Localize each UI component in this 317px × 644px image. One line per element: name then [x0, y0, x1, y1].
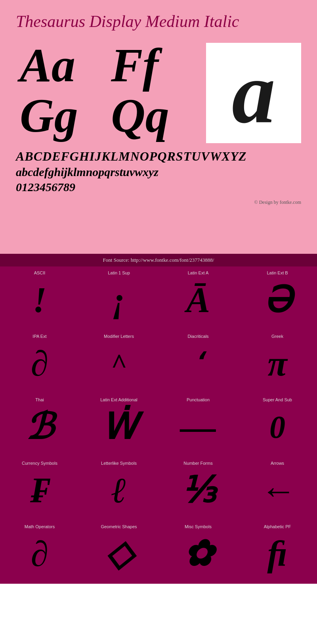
alphabet-lower: abcdefghijklmnopqrstuvwxyz: [16, 165, 301, 179]
glyph-char-numberforms: ⅓: [181, 469, 216, 512]
glyph-char-modletters: ^: [111, 342, 127, 385]
letter-pair-gg: Gg: [16, 93, 111, 144]
glyph-char-mathops: ∂: [31, 532, 48, 576]
glyph-cell-modletters: Modifier Letters ^: [79, 330, 158, 393]
copyright: © Design by fontke.com: [16, 199, 301, 205]
glyph-char-latinexta: Ā: [186, 278, 210, 322]
glyph-cell-letterlike: Letterlike Symbols ℓ: [79, 457, 158, 520]
glyph-char-geoshapes: ◇: [105, 532, 133, 576]
glyph-label-letterlike: Letterlike Symbols: [101, 461, 137, 466]
glyph-char-latinextadd: Ẇ: [101, 405, 137, 449]
glyph-label-diacriticals: Diacriticals: [187, 334, 208, 339]
numbers: 0123456789: [16, 180, 301, 194]
glyph-char-ipaext: ∂: [31, 342, 48, 385]
glyph-char-miscsymbols: ✿: [183, 532, 213, 576]
glyph-char-letterlike: ℓ: [111, 469, 126, 512]
glyph-cell-arrows: Arrows ←: [238, 457, 317, 520]
glyph-char-diacriticals: ʻ: [194, 342, 202, 385]
letter-pair-qq: Qq: [111, 93, 206, 144]
glyph-label-miscsymbols: Misc Symbols: [185, 524, 212, 529]
glyph-label-greek: Greek: [271, 334, 283, 339]
glyph-label-mathops: Math Operators: [25, 524, 55, 529]
dark-section: Font Source: http://www.fontke.com/font/…: [0, 254, 317, 584]
glyph-cell-alphabeticpf: Alphabetic PF ﬁ: [238, 520, 317, 584]
glyph-label-thai: Thai: [35, 397, 44, 402]
glyph-char-alphabeticpf: ﬁ: [267, 532, 287, 576]
glyph-label-latinextb: Latin Ext B: [267, 270, 288, 275]
glyph-label-numberforms: Number Forms: [183, 461, 212, 466]
glyph-label-alphabeticpf: Alphabetic PF: [264, 524, 291, 529]
glyph-label-ascii: ASCII: [34, 270, 46, 275]
glyph-char-arrows: ←: [260, 469, 295, 512]
letter-showcase: Aa Ff a Gg Qq: [16, 43, 301, 143]
glyph-char-latin1sup: ¡: [112, 278, 126, 322]
header-section: Thesaurus Display Medium Italic Aa Ff a …: [0, 0, 317, 254]
glyph-label-ipaext: IPA Ext: [32, 334, 46, 339]
glyph-char-greek: π: [267, 342, 287, 385]
glyph-cell-currency: Currency Symbols ₣: [0, 457, 79, 520]
glyph-char-latinextb: Ə: [264, 278, 292, 322]
glyph-cell-latinextadd: Latin Ext Additional Ẇ: [79, 393, 158, 457]
letter-pair-aa: Aa: [16, 43, 111, 93]
glyph-label-arrows: Arrows: [271, 461, 284, 466]
alphabet-upper: ABCDEFGHIJKLMNOPQRSTUVWXYZ: [16, 149, 301, 164]
glyph-label-geoshapes: Geometric Shapes: [101, 524, 137, 529]
featured-letter: a: [232, 43, 275, 143]
glyph-cell-ascii: ASCII !: [0, 266, 79, 330]
glyph-cell-latinexta: Latin Ext A Ā: [158, 266, 238, 330]
glyph-cell-superandsub: Super And Sub 0: [238, 393, 317, 457]
glyph-cell-ipaext: IPA Ext ∂: [0, 330, 79, 393]
glyph-label-latinexta: Latin Ext A: [188, 270, 209, 275]
glyph-cell-thai: Thai ℬ: [0, 393, 79, 457]
glyph-cell-miscsymbols: Misc Symbols ✿: [158, 520, 238, 584]
glyph-label-latinextadd: Latin Ext Additional: [100, 397, 137, 402]
glyph-label-superandsub: Super And Sub: [263, 397, 292, 402]
glyph-char-currency: ₣: [31, 469, 49, 512]
glyph-cell-mathops: Math Operators ∂: [0, 520, 79, 584]
glyph-char-ascii: !: [32, 278, 46, 322]
font-title: Thesaurus Display Medium Italic: [16, 12, 301, 31]
glyph-cell-latin1sup: Latin 1 Sup ¡: [79, 266, 158, 330]
font-source: Font Source: http://www.fontke.com/font/…: [0, 254, 317, 266]
glyph-char-superandsub: 0: [269, 405, 285, 449]
glyph-cell-numberforms: Number Forms ⅓: [158, 457, 238, 520]
glyph-label-currency: Currency Symbols: [22, 461, 57, 466]
glyph-cell-diacriticals: Diacriticals ʻ: [158, 330, 238, 393]
glyph-cell-punctuation: Punctuation —: [158, 393, 238, 457]
featured-letter-box: a: [206, 43, 301, 143]
glyph-cell-latinextb: Latin Ext B Ə: [238, 266, 317, 330]
glyph-grid: ASCII ! Latin 1 Sup ¡ Latin Ext A Ā Lati…: [0, 266, 317, 584]
glyph-char-punctuation: —: [180, 405, 216, 449]
glyph-label-modletters: Modifier Letters: [104, 334, 134, 339]
glyph-char-thai: ℬ: [26, 405, 54, 449]
letter-pair-ff: Ff: [111, 43, 206, 93]
glyph-cell-geoshapes: Geometric Shapes ◇: [79, 520, 158, 584]
glyph-label-punctuation: Punctuation: [187, 397, 210, 402]
glyph-label-latin1sup: Latin 1 Sup: [108, 270, 130, 275]
glyph-cell-greek: Greek π: [238, 330, 317, 393]
